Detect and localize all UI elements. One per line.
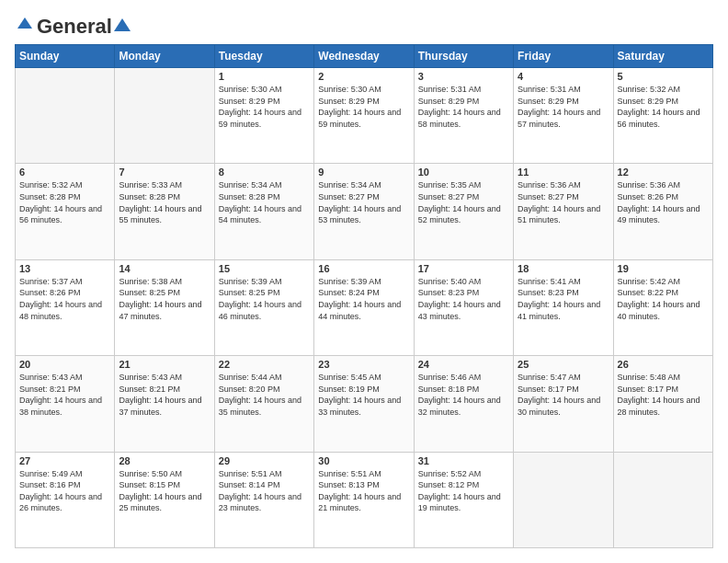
svg-marker-1 <box>114 18 131 31</box>
calendar-cell <box>115 68 214 164</box>
day-number: 21 <box>119 359 210 370</box>
calendar-cell: 18Sunrise: 5:41 AMSunset: 8:23 PMDayligh… <box>514 259 613 355</box>
calendar-header-row: SundayMondayTuesdayWednesdayThursdayFrid… <box>16 45 713 68</box>
calendar-cell: 8Sunrise: 5:34 AMSunset: 8:28 PMDaylight… <box>214 164 313 259</box>
cell-details: Sunrise: 5:37 AMSunset: 8:26 PMDaylight:… <box>19 276 110 322</box>
cell-details: Sunrise: 5:32 AMSunset: 8:29 PMDaylight:… <box>618 84 709 130</box>
cell-details: Sunrise: 5:48 AMSunset: 8:17 PMDaylight:… <box>618 372 709 418</box>
calendar-cell: 16Sunrise: 5:39 AMSunset: 8:24 PMDayligh… <box>314 259 414 355</box>
calendar-day-header: Monday <box>115 45 214 68</box>
calendar-day-header: Friday <box>514 45 613 68</box>
calendar-day-header: Wednesday <box>314 45 414 68</box>
day-number: 30 <box>318 455 409 466</box>
cell-details: Sunrise: 5:43 AMSunset: 8:21 PMDaylight:… <box>19 372 110 418</box>
page: General SundayMondayTuesdayWednesdayThur… <box>0 0 728 563</box>
day-number: 12 <box>618 167 709 178</box>
day-number: 26 <box>618 359 709 370</box>
day-number: 14 <box>119 263 210 274</box>
calendar-cell: 3Sunrise: 5:31 AMSunset: 8:29 PMDaylight… <box>414 68 513 164</box>
calendar-cell: 25Sunrise: 5:47 AMSunset: 8:17 PMDayligh… <box>514 356 613 452</box>
day-number: 5 <box>618 71 709 82</box>
cell-details: Sunrise: 5:32 AMSunset: 8:28 PMDaylight:… <box>19 179 110 225</box>
calendar-cell: 6Sunrise: 5:32 AMSunset: 8:28 PMDaylight… <box>16 164 115 259</box>
day-number: 15 <box>219 263 310 274</box>
calendar-cell: 28Sunrise: 5:50 AMSunset: 8:15 PMDayligh… <box>115 452 214 547</box>
cell-details: Sunrise: 5:38 AMSunset: 8:25 PMDaylight:… <box>119 276 210 322</box>
day-number: 27 <box>19 455 110 466</box>
cell-details: Sunrise: 5:40 AMSunset: 8:23 PMDaylight:… <box>418 276 509 322</box>
calendar-cell: 14Sunrise: 5:38 AMSunset: 8:25 PMDayligh… <box>115 259 214 355</box>
calendar-cell: 20Sunrise: 5:43 AMSunset: 8:21 PMDayligh… <box>16 356 115 452</box>
cell-details: Sunrise: 5:41 AMSunset: 8:23 PMDaylight:… <box>518 276 609 322</box>
day-number: 9 <box>318 167 409 178</box>
calendar-cell: 22Sunrise: 5:44 AMSunset: 8:20 PMDayligh… <box>214 356 313 452</box>
calendar-cell <box>16 68 115 164</box>
calendar-cell: 31Sunrise: 5:52 AMSunset: 8:12 PMDayligh… <box>414 452 513 547</box>
calendar-cell: 1Sunrise: 5:30 AMSunset: 8:29 PMDaylight… <box>214 68 313 164</box>
calendar-cell: 7Sunrise: 5:33 AMSunset: 8:28 PMDaylight… <box>115 164 214 259</box>
cell-details: Sunrise: 5:36 AMSunset: 8:26 PMDaylight:… <box>618 179 709 225</box>
cell-details: Sunrise: 5:30 AMSunset: 8:29 PMDaylight:… <box>318 84 409 130</box>
cell-details: Sunrise: 5:34 AMSunset: 8:27 PMDaylight:… <box>318 179 409 225</box>
cell-details: Sunrise: 5:43 AMSunset: 8:21 PMDaylight:… <box>119 372 210 418</box>
calendar-cell: 29Sunrise: 5:51 AMSunset: 8:14 PMDayligh… <box>214 452 313 547</box>
header: General <box>15 15 713 35</box>
calendar-cell: 24Sunrise: 5:46 AMSunset: 8:18 PMDayligh… <box>414 356 513 452</box>
cell-details: Sunrise: 5:52 AMSunset: 8:12 PMDaylight:… <box>418 468 509 514</box>
day-number: 10 <box>418 167 509 178</box>
calendar-cell: 12Sunrise: 5:36 AMSunset: 8:26 PMDayligh… <box>613 164 712 259</box>
calendar-table: SundayMondayTuesdayWednesdayThursdayFrid… <box>15 44 713 548</box>
day-number: 16 <box>318 263 409 274</box>
calendar-cell: 2Sunrise: 5:30 AMSunset: 8:29 PMDaylight… <box>314 68 414 164</box>
cell-details: Sunrise: 5:42 AMSunset: 8:22 PMDaylight:… <box>618 276 709 322</box>
day-number: 1 <box>219 71 310 82</box>
calendar-day-header: Sunday <box>16 45 115 68</box>
cell-details: Sunrise: 5:39 AMSunset: 8:24 PMDaylight:… <box>318 276 409 322</box>
logo-text-general: General <box>37 15 112 39</box>
day-number: 31 <box>418 455 509 466</box>
calendar-cell: 19Sunrise: 5:42 AMSunset: 8:22 PMDayligh… <box>613 259 712 355</box>
calendar-cell: 17Sunrise: 5:40 AMSunset: 8:23 PMDayligh… <box>414 259 513 355</box>
cell-details: Sunrise: 5:51 AMSunset: 8:13 PMDaylight:… <box>318 468 409 514</box>
calendar-cell: 26Sunrise: 5:48 AMSunset: 8:17 PMDayligh… <box>613 356 712 452</box>
day-number: 19 <box>618 263 709 274</box>
day-number: 8 <box>219 167 310 178</box>
day-number: 20 <box>19 359 110 370</box>
calendar-cell: 11Sunrise: 5:36 AMSunset: 8:27 PMDayligh… <box>514 164 613 259</box>
calendar-cell: 13Sunrise: 5:37 AMSunset: 8:26 PMDayligh… <box>16 259 115 355</box>
day-number: 23 <box>318 359 409 370</box>
cell-details: Sunrise: 5:44 AMSunset: 8:20 PMDaylight:… <box>219 372 310 418</box>
day-number: 17 <box>418 263 509 274</box>
cell-details: Sunrise: 5:47 AMSunset: 8:17 PMDaylight:… <box>518 372 609 418</box>
day-number: 29 <box>219 455 310 466</box>
calendar-week-row: 20Sunrise: 5:43 AMSunset: 8:21 PMDayligh… <box>16 356 713 452</box>
cell-details: Sunrise: 5:36 AMSunset: 8:27 PMDaylight:… <box>518 179 609 225</box>
cell-details: Sunrise: 5:51 AMSunset: 8:14 PMDaylight:… <box>219 468 310 514</box>
cell-details: Sunrise: 5:39 AMSunset: 8:25 PMDaylight:… <box>219 276 310 322</box>
calendar-day-header: Saturday <box>613 45 712 68</box>
cell-details: Sunrise: 5:35 AMSunset: 8:27 PMDaylight:… <box>418 179 509 225</box>
day-number: 22 <box>219 359 310 370</box>
day-number: 11 <box>518 167 609 178</box>
logo-triangle-icon <box>114 18 131 31</box>
logo: General <box>15 15 131 35</box>
cell-details: Sunrise: 5:31 AMSunset: 8:29 PMDaylight:… <box>418 84 509 130</box>
calendar-cell: 27Sunrise: 5:49 AMSunset: 8:16 PMDayligh… <box>16 452 115 547</box>
calendar-cell <box>514 452 613 547</box>
calendar-cell: 15Sunrise: 5:39 AMSunset: 8:25 PMDayligh… <box>214 259 313 355</box>
day-number: 2 <box>318 71 409 82</box>
calendar-week-row: 6Sunrise: 5:32 AMSunset: 8:28 PMDaylight… <box>16 164 713 259</box>
calendar-week-row: 1Sunrise: 5:30 AMSunset: 8:29 PMDaylight… <box>16 68 713 164</box>
cell-details: Sunrise: 5:34 AMSunset: 8:28 PMDaylight:… <box>219 179 310 225</box>
calendar-day-header: Tuesday <box>214 45 313 68</box>
logo-icon <box>16 16 34 34</box>
day-number: 18 <box>518 263 609 274</box>
cell-details: Sunrise: 5:30 AMSunset: 8:29 PMDaylight:… <box>219 84 310 130</box>
cell-details: Sunrise: 5:50 AMSunset: 8:15 PMDaylight:… <box>119 468 210 514</box>
svg-marker-0 <box>17 17 32 29</box>
calendar-day-header: Thursday <box>414 45 513 68</box>
cell-details: Sunrise: 5:31 AMSunset: 8:29 PMDaylight:… <box>518 84 609 130</box>
calendar-cell: 9Sunrise: 5:34 AMSunset: 8:27 PMDaylight… <box>314 164 414 259</box>
day-number: 24 <box>418 359 509 370</box>
day-number: 6 <box>19 167 110 178</box>
